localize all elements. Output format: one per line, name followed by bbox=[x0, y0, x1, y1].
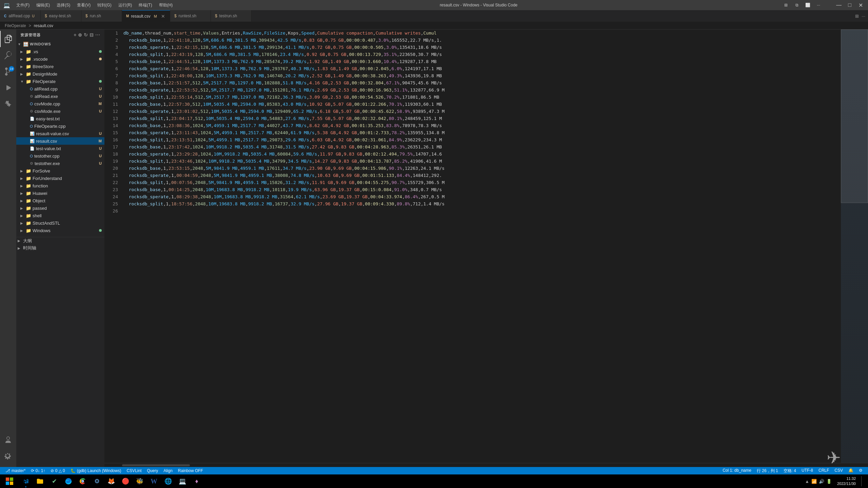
tray-wifi-icon[interactable]: 📶 bbox=[811, 479, 817, 484]
code-area[interactable]: db_name,thread_num,start_time,Values,Ent… bbox=[122, 29, 841, 463]
editor-content[interactable]: 1234567891011121314151617181920212223242… bbox=[104, 29, 868, 463]
menu-file[interactable]: 文件(F) bbox=[14, 2, 32, 9]
tree-item-function[interactable]: ▶📁function bbox=[16, 182, 104, 189]
tree-item-testother-cpp[interactable]: ⬡testother.cppU bbox=[16, 152, 104, 160]
menu-edit[interactable]: 编辑(E) bbox=[34, 2, 53, 9]
statusbar-line-col[interactable]: 行 26，列 1 bbox=[754, 468, 781, 474]
start-button[interactable] bbox=[3, 474, 16, 488]
taskbar-app-red[interactable]: 🔴 bbox=[119, 474, 132, 488]
taskbar-app-diamond[interactable]: ♦ bbox=[190, 474, 203, 488]
tree-item-resault-value-csv[interactable]: 📊resault-value.csvU bbox=[16, 130, 104, 137]
more-actions-icon[interactable]: ··· bbox=[95, 32, 100, 38]
activity-explorer[interactable] bbox=[0, 31, 16, 47]
taskbar-app-edge[interactable] bbox=[62, 474, 75, 488]
more-tabs-icon[interactable]: ··· bbox=[862, 14, 865, 19]
menu-view[interactable]: 查看(V) bbox=[74, 2, 93, 9]
minimize-button[interactable]: — bbox=[835, 1, 843, 9]
show-desktop-button[interactable] bbox=[861, 476, 863, 486]
statusbar-align[interactable]: Align bbox=[161, 467, 175, 474]
tree-item-allread-cpp[interactable]: ⬡allRead.cppU bbox=[16, 85, 104, 93]
statusbar-encoding[interactable]: UTF-8 bbox=[799, 468, 816, 473]
menu-run[interactable]: 运行(R) bbox=[116, 2, 135, 9]
tree-item-designmode[interactable]: ▶📁DesignMode bbox=[16, 70, 104, 78]
split-editor-icon[interactable]: ⊞ bbox=[855, 14, 859, 19]
tree-item-passed[interactable]: ▶📁passed bbox=[16, 204, 104, 212]
tree-item-csvmode-exe[interactable]: ⚙csvMode.exeU bbox=[16, 107, 104, 115]
taskbar-app-vscode[interactable] bbox=[19, 474, 33, 488]
taskbar-clock[interactable]: 11:32 2022/11/30 bbox=[834, 476, 859, 487]
breadcrumb-file[interactable]: resault.csv bbox=[34, 23, 53, 28]
tree-item-easy-test-txt[interactable]: 📄easy-test.txt bbox=[16, 115, 104, 122]
split-icon[interactable]: ⧉ bbox=[793, 1, 801, 9]
tree-item-test-value-txt[interactable]: 📄test-value.txtU bbox=[16, 145, 104, 152]
statusbar-rainbow[interactable]: Rainbow OFF bbox=[175, 467, 206, 474]
statusbar-debug[interactable]: 🐛 (gdb) Launch (Windows) bbox=[68, 467, 124, 474]
tab-resaultcsv[interactable]: M resault.csv M ✕ bbox=[122, 10, 170, 22]
statusbar-notifications[interactable]: 🔔 bbox=[846, 468, 856, 473]
tree-item--vs[interactable]: ▶📁.vs bbox=[16, 48, 104, 55]
outline-section[interactable]: ▶ 大纲 bbox=[16, 237, 104, 244]
new-folder-icon[interactable]: ⊕ bbox=[78, 32, 82, 38]
activity-extensions[interactable] bbox=[0, 96, 16, 112]
tree-item--vscode[interactable]: ▶📁.vscode bbox=[16, 55, 104, 63]
statusbar-errors[interactable]: ⊘ 0 △ 0 bbox=[48, 467, 67, 474]
activity-settings[interactable] bbox=[0, 448, 16, 464]
statusbar-branch[interactable]: ⎇ master* bbox=[3, 467, 28, 474]
menu-goto[interactable]: 转到(G) bbox=[95, 2, 114, 9]
tree-item-btreestore[interactable]: ▶📁BtreeStore bbox=[16, 63, 104, 70]
tree-item-shell[interactable]: ▶📁shell bbox=[16, 212, 104, 219]
tree-item-object[interactable]: ▶📁Object bbox=[16, 197, 104, 204]
menu-select[interactable]: 选择(S) bbox=[54, 2, 73, 9]
tray-battery-icon[interactable]: 🔋 bbox=[826, 479, 832, 484]
statusbar-query[interactable]: Query bbox=[144, 467, 161, 474]
taskbar-app-gear[interactable]: ⚙ bbox=[90, 474, 104, 488]
tree-root[interactable]: ▼ 🪟 WINDOWS bbox=[16, 40, 104, 48]
maximize-button[interactable]: □ bbox=[846, 1, 854, 9]
tree-item-fileoperate[interactable]: ▼📁FileOperate bbox=[16, 78, 104, 85]
tree-item-fileopearte-cpp[interactable]: ⬡FileOpearte.cpp bbox=[16, 122, 104, 130]
activity-run[interactable] bbox=[0, 80, 16, 96]
statusbar-language[interactable]: CSV bbox=[832, 468, 846, 473]
new-file-icon[interactable]: + bbox=[74, 32, 77, 38]
activity-search[interactable] bbox=[0, 47, 16, 63]
refresh-icon[interactable]: ↻ bbox=[84, 32, 88, 38]
panels-icon[interactable]: ⬜ bbox=[804, 1, 812, 9]
statusbar-csvlint[interactable]: CSVLint bbox=[124, 467, 144, 474]
breadcrumb-fileoperate[interactable]: FileOperate bbox=[5, 23, 26, 28]
taskbar-app-terminal[interactable]: 💻 bbox=[176, 474, 189, 488]
tree-item-resault-csv[interactable]: 📊resault.csvM bbox=[16, 137, 104, 145]
statusbar-position[interactable]: Col 1: db_name bbox=[720, 468, 754, 473]
tree-item-huawei[interactable]: ▶📁Huawei bbox=[16, 189, 104, 197]
activity-source-control[interactable]: 19 bbox=[0, 63, 16, 80]
taskbar-app-word[interactable]: W bbox=[147, 474, 161, 488]
layout-icon[interactable]: ⊞ bbox=[782, 1, 790, 9]
collapse-icon[interactable]: ⊟ bbox=[90, 32, 94, 38]
minimap-slider[interactable] bbox=[841, 29, 868, 203]
tree-item-forsolve[interactable]: ▶📁ForSolve bbox=[16, 167, 104, 175]
tab-runsh[interactable]: $ run.sh bbox=[81, 10, 122, 22]
taskbar-app-bee[interactable]: 🐝 bbox=[133, 474, 146, 488]
tree-item-testother-exe[interactable]: ⚙testother.exeU bbox=[16, 160, 104, 167]
editor-scrollbar[interactable] bbox=[104, 463, 868, 467]
more-icon[interactable]: ··· bbox=[814, 1, 823, 9]
taskbar-app-chrome[interactable] bbox=[76, 474, 90, 488]
tab-easytest[interactable]: $ easy-test.sh bbox=[41, 10, 81, 22]
tree-item-forunderstand[interactable]: ▶📁ForUnderstand bbox=[16, 175, 104, 182]
scrollbar-thumb[interactable] bbox=[122, 464, 190, 466]
tree-item-structandstl[interactable]: ▶📁StructAndSTL bbox=[16, 219, 104, 227]
close-button[interactable]: ✕ bbox=[856, 1, 865, 9]
tree-item-allread-exe[interactable]: ⚙allRead.exeU bbox=[16, 93, 104, 100]
taskbar-app-ie[interactable]: 🌐 bbox=[161, 474, 175, 488]
tab-runtest[interactable]: $ runtest.sh bbox=[170, 10, 211, 22]
tray-volume-icon[interactable]: 🔊 bbox=[819, 479, 824, 484]
taskbar-app-game[interactable]: 🦊 bbox=[104, 474, 118, 488]
statusbar-sync[interactable]: ⟳ 0↓ 1↑ bbox=[28, 467, 48, 474]
tab-allread[interactable]: C allRead.cpp U bbox=[0, 10, 41, 22]
tab-close-resaultcsv[interactable]: ✕ bbox=[160, 14, 166, 19]
menu-terminal[interactable]: 终端(T) bbox=[136, 2, 155, 9]
tree-item-windows[interactable]: ▶📁Windows bbox=[16, 227, 104, 234]
statusbar-eol[interactable]: CRLF bbox=[816, 468, 832, 473]
menu-help[interactable]: 帮助(H) bbox=[156, 2, 176, 9]
timeline-section[interactable]: ▶ 时间轴 bbox=[16, 244, 104, 252]
tree-item-csvmode-cpp[interactable]: ⬡csvMode.cppM bbox=[16, 100, 104, 107]
